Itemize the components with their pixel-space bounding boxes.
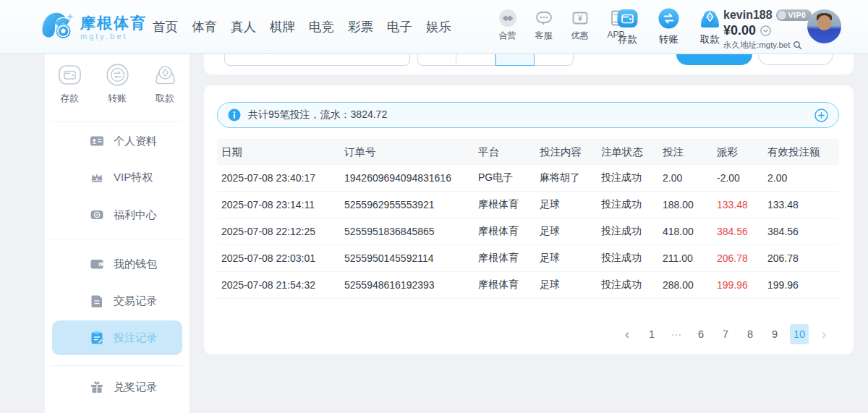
page-button-8[interactable]: 8 <box>741 324 760 344</box>
user-row-name: kevin188 VIP0 <box>723 9 812 22</box>
cell-bet: 211.00 <box>658 252 712 264</box>
support-link[interactable]: 客服 <box>529 8 558 42</box>
cell-platform: PG电子 <box>474 171 535 184</box>
handshake-icon <box>493 8 522 28</box>
cell-valid: 133.48 <box>763 199 839 210</box>
logo-title: 摩根体育 <box>80 14 147 32</box>
deposit-label: 存款 <box>613 33 642 46</box>
nav-item-esports[interactable]: 电竞 <box>309 18 334 35</box>
nav-item-sports[interactable]: 体育 <box>192 18 217 35</box>
nav-item-lottery[interactable]: 彩票 <box>348 18 373 35</box>
sidebar-item-prize-records[interactable]: 兑奖记录 <box>52 370 182 404</box>
sidebar-item-bet-records[interactable]: 投注记录 <box>52 320 182 355</box>
deposit-button[interactable]: 存款 <box>613 7 642 46</box>
table-header-row: 日期 订单号 平台 投注内容 注单状态 投注 派彩 有效投注额 <box>217 139 839 165</box>
page-button-7[interactable]: 7 <box>716 324 735 344</box>
transfer-label: 转账 <box>654 33 684 46</box>
cell-status: 投注成功 <box>597 171 658 184</box>
support-label: 客服 <box>529 30 558 42</box>
username[interactable]: kevin188 <box>723 9 773 22</box>
sidebar-divider <box>51 365 182 366</box>
balance-amount: ¥0.00 <box>723 23 756 38</box>
info-icon <box>228 108 241 122</box>
reset-button[interactable] <box>758 54 833 65</box>
sidebar-item-vip[interactable]: VIP特权 <box>52 160 182 195</box>
col-status: 注单状态 <box>597 145 658 159</box>
sidebar-withdraw-button[interactable]: 取款 <box>147 61 183 105</box>
prev-page-button[interactable]: ‹ <box>618 324 637 344</box>
date-range-input[interactable] <box>224 54 410 66</box>
nav-item-live[interactable]: 真人 <box>231 18 256 35</box>
vip-badge[interactable]: VIP0 <box>776 9 812 21</box>
cell-order: 1942609694094831616 <box>340 172 474 184</box>
cell-bet: 288.00 <box>658 279 712 291</box>
partner-link[interactable]: 合营 <box>493 8 522 42</box>
cell-order: 5255950145592114 <box>340 252 474 264</box>
sidebar-item-transactions[interactable]: 交易记录 <box>52 284 182 318</box>
transfer-button[interactable]: 转账 <box>654 7 684 46</box>
plus-circle-icon[interactable] <box>814 108 828 122</box>
cell-status: 投注成功 <box>597 252 658 265</box>
gift-icon <box>90 380 104 394</box>
sidebar-divider <box>51 122 182 122</box>
segment-button[interactable] <box>417 54 456 66</box>
table-row: 2025-07-08 22:12:25 5255951836845865 摩根体… <box>217 218 839 245</box>
nav-item-entertainment[interactable]: 娱乐 <box>426 18 451 35</box>
page-button-9[interactable]: 9 <box>765 324 784 344</box>
cell-valid: 2.00 <box>763 172 839 184</box>
sidebar-item-welfare-label: 福利中心 <box>114 208 157 222</box>
promo-link[interactable]: ¥ 优惠 <box>565 8 595 42</box>
segment-button[interactable] <box>456 54 495 66</box>
segment-button[interactable] <box>535 54 574 66</box>
avatar[interactable] <box>807 9 841 43</box>
page-button-6[interactable]: 6 <box>692 324 710 344</box>
header-quick-links: 合营 客服 ¥ 优惠 APP <box>493 8 631 42</box>
cell-payout: 199.96 <box>712 279 763 291</box>
cell-content: 足球 <box>535 198 597 211</box>
logo-mark-icon <box>40 9 75 46</box>
cell-date: 2025-07-08 23:14:11 <box>217 199 340 210</box>
sidebar-item-welfare[interactable]: 福利中心 <box>52 197 182 232</box>
coupon-icon: ¥ <box>565 8 595 28</box>
sidebar-item-profile[interactable]: 个人资料 <box>52 124 182 158</box>
clipboard-icon <box>90 331 104 345</box>
sidebar-withdraw-label: 取款 <box>147 92 183 105</box>
cell-bet: 2.00 <box>658 172 712 184</box>
brand-logo[interactable]: 摩根体育 mgty.bet <box>40 9 147 46</box>
bet-records-table: 日期 订单号 平台 投注内容 注单状态 投注 派彩 有效投注额 2025-07-… <box>217 139 839 299</box>
chat-icon <box>529 8 558 28</box>
cell-order: 5255951836845865 <box>340 226 474 237</box>
withdraw-button[interactable]: 取款 <box>695 7 725 46</box>
cell-platform: 摩根体育 <box>474 278 535 291</box>
cell-content: 麻将胡了 <box>535 171 597 184</box>
crown-icon <box>90 170 104 184</box>
filter-strip <box>204 54 854 74</box>
vip-badge-dot <box>778 11 786 20</box>
sidebar-transfer-button[interactable]: 转账 <box>99 61 135 105</box>
search-icon[interactable] <box>793 41 802 50</box>
nav-item-slots[interactable]: 电子 <box>387 18 412 35</box>
cell-payout: 384.56 <box>712 226 763 237</box>
segment-button-selected[interactable] <box>495 54 535 66</box>
sidebar-deposit-button[interactable]: 存款 <box>51 61 88 105</box>
svg-text:¥: ¥ <box>577 14 582 22</box>
user-row-balance: ¥0.00 <box>723 23 812 38</box>
page-button-10-active[interactable]: 10 <box>790 324 809 344</box>
nav-item-boardgames[interactable]: 棋牌 <box>270 18 295 35</box>
cell-content: 足球 <box>535 252 597 265</box>
balance-chevron-icon[interactable] <box>760 25 771 36</box>
col-payout: 派彩 <box>712 145 763 159</box>
table-row: 2025-07-08 23:40:17 1942609694094831616 … <box>217 165 839 192</box>
page-button-1[interactable]: 1 <box>642 324 661 344</box>
permanent-url: 永久地址:mgty.bet <box>723 40 790 51</box>
cell-order: 5255948616192393 <box>340 279 474 291</box>
cell-status: 投注成功 <box>597 198 658 211</box>
nav-item-home[interactable]: 首页 <box>153 18 178 35</box>
vip-badge-label: VIP0 <box>788 11 807 20</box>
deposit-outline-icon <box>51 61 88 88</box>
cell-valid: 384.56 <box>763 226 839 237</box>
user-info: kevin188 VIP0 ¥0.00 永久地址:mgty.bet <box>723 9 812 51</box>
next-page-button[interactable]: › <box>814 324 833 344</box>
search-button[interactable] <box>676 54 752 65</box>
sidebar-item-wallet[interactable]: 我的钱包 <box>52 247 182 281</box>
